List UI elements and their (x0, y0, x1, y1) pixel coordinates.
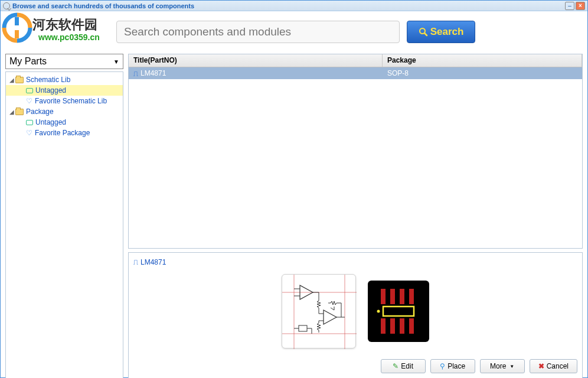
tree-label: Untagged (35, 86, 66, 94)
tree-item-schematic-lib[interactable]: ◢ Schematic Lib (6, 74, 123, 85)
svg-rect-18 (299, 325, 307, 331)
svg-marker-12 (324, 310, 337, 324)
table-row[interactable]: ⎍ LM4871 SOP-8 (129, 67, 582, 79)
svg-line-3 (424, 33, 427, 35)
chevron-down-icon: ▼ (509, 364, 514, 369)
library-tree: ◢ Schematic Lib Untagged ♡ Favorite Sche… (5, 71, 123, 378)
preview-panel: ⎍ LM4871 (128, 252, 583, 378)
col-package[interactable]: Package (383, 54, 582, 67)
edit-button[interactable]: ✎ Edit (381, 359, 426, 373)
svg-rect-24 (381, 289, 386, 304)
tree-label: Favorite Schematic Lib (35, 97, 107, 105)
tree-item-favorite-package[interactable]: ♡ Favorite Package (6, 128, 123, 138)
chip-icon: ⎍ (133, 69, 138, 78)
collapse-icon[interactable]: ◢ (9, 77, 15, 83)
close-button[interactable]: × (576, 2, 585, 10)
svg-rect-27 (409, 289, 414, 304)
button-label: Cancel (547, 362, 569, 370)
chip-icon: ⎍ (133, 258, 138, 266)
tree-item-untagged[interactable]: Untagged (6, 85, 123, 96)
folder-icon (15, 109, 24, 115)
svg-rect-29 (390, 318, 395, 334)
button-label: Place (447, 362, 465, 370)
tree-item-package[interactable]: ◢ Package (6, 106, 123, 117)
svg-rect-32 (383, 307, 414, 316)
tree-label: Package (26, 107, 54, 116)
search-button-label: Search (430, 26, 464, 38)
svg-rect-31 (409, 318, 414, 334)
svg-rect-28 (381, 318, 386, 334)
svg-rect-26 (400, 289, 404, 304)
library-dropdown[interactable]: My Parts (5, 54, 123, 69)
close-icon: ✖ (538, 362, 544, 370)
svg-point-33 (377, 309, 380, 312)
cell-title: LM4871 (141, 69, 166, 77)
search-bar: Search (116, 21, 583, 43)
heart-icon: ♡ (26, 129, 32, 136)
search-button[interactable]: Search (407, 21, 475, 43)
tag-icon (26, 120, 33, 125)
heart-icon: ♡ (26, 97, 32, 105)
tree-item-favorite-schematic[interactable]: ♡ Favorite Schematic Lib (6, 96, 123, 106)
preview-title: ⎍ LM4871 (133, 258, 577, 266)
schematic-preview[interactable] (282, 274, 356, 348)
search-icon (3, 2, 10, 9)
table-header: Title(PartNO) Package (129, 54, 582, 67)
cancel-button[interactable]: ✖ Cancel (530, 359, 577, 373)
cell-package: SOP-8 (383, 68, 582, 79)
titlebar: Browse and search hundreds of thousands … (1, 1, 587, 11)
tag-icon (26, 88, 33, 93)
results-table: Title(PartNO) Package ⎍ LM4871 SOP-8 (128, 54, 583, 249)
folder-icon (15, 77, 24, 83)
button-label: More (490, 362, 506, 370)
button-label: Edit (401, 362, 413, 370)
footprint-preview[interactable] (368, 281, 429, 342)
window-title: Browse and search hundreds of thousands … (12, 2, 565, 9)
more-button[interactable]: More ▼ (480, 359, 525, 373)
svg-rect-25 (390, 289, 395, 304)
col-title[interactable]: Title(PartNO) (129, 54, 383, 67)
collapse-icon[interactable]: ◢ (9, 109, 15, 115)
place-button[interactable]: ⚲ Place (430, 359, 475, 373)
tree-label: Schematic Lib (26, 76, 70, 84)
tree-item-untagged-pkg[interactable]: Untagged (6, 117, 123, 128)
tree-label: Untagged (35, 118, 66, 126)
search-input[interactable] (116, 21, 400, 43)
pin-icon: ⚲ (440, 362, 445, 370)
dropdown-label: My Parts (9, 56, 47, 67)
pencil-icon: ✎ (393, 362, 398, 370)
tree-label: Favorite Package (35, 129, 90, 137)
minimize-button[interactable]: – (565, 2, 574, 10)
svg-rect-30 (400, 318, 404, 334)
